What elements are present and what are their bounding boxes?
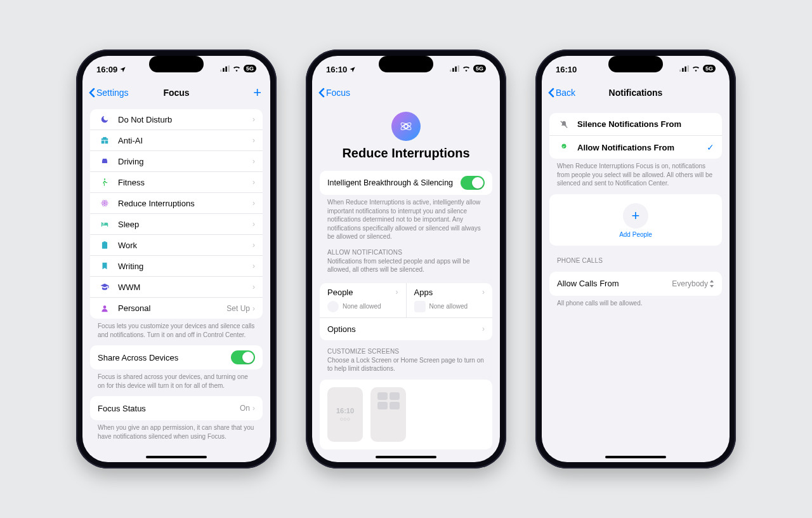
svg-rect-2 [225, 67, 227, 72]
toggle-switch[interactable] [231, 350, 255, 364]
lock-screen-preview[interactable]: 16:10 ○○○ [327, 387, 363, 442]
cell-title: Apps [414, 288, 433, 297]
svg-rect-10 [103, 241, 106, 242]
focus-row-wwm[interactable]: WWM › [90, 277, 263, 298]
intelligent-toggle-row[interactable]: Intelligent Breakthrough & Silencing [320, 171, 492, 195]
row-label: Anti-AI [118, 136, 252, 145]
home-indicator[interactable] [605, 456, 666, 458]
chevron-right-icon: › [482, 288, 485, 296]
svg-rect-14 [455, 67, 457, 72]
back-label: Focus [326, 88, 350, 98]
chevron-left-icon [548, 88, 554, 98]
chevron-right-icon: › [252, 157, 255, 166]
back-button[interactable]: Back [548, 88, 575, 98]
focus-row-driving[interactable]: Driving › [90, 151, 263, 172]
graduation-icon [98, 282, 112, 291]
add-people-button[interactable]: + [623, 203, 648, 229]
phone-calls-header: PHONE CALLS [549, 246, 722, 265]
customize-screens-sub: Choose a Lock Screen or Home Screen page… [320, 356, 492, 376]
status-time: 16:09 [96, 65, 117, 74]
add-button[interactable]: + [253, 84, 264, 101]
chevron-right-icon: › [252, 220, 255, 229]
add-people-card: + Add People [549, 194, 722, 246]
back-button[interactable]: Focus [318, 88, 350, 98]
dynamic-island [608, 56, 663, 72]
row-label: Options [327, 324, 482, 334]
gift-icon [98, 136, 112, 145]
focus-status-row[interactable]: Focus Status On › [90, 396, 263, 420]
focus-row-personal[interactable]: Personal Set Up › [90, 298, 263, 319]
allow-notifications-header: ALLOW NOTIFICATIONS [320, 241, 492, 257]
chevron-right-icon: › [482, 324, 485, 333]
apps-cell[interactable]: Apps › None allowed [407, 283, 493, 317]
focus-row-reduce[interactable]: Reduce Interruptions › [90, 193, 263, 214]
focus-row-work[interactable]: Work › [90, 235, 263, 256]
footer-share-desc: Focus is shared across your devices, and… [90, 369, 263, 390]
cellular-icon [679, 65, 689, 72]
bell-slash-icon [557, 120, 571, 129]
allow-calls-row[interactable]: Allow Calls From Everybody [549, 272, 722, 296]
phone-reduce-interruptions: 16:10 5G Focus Reduce Interruptions [306, 50, 506, 468]
location-icon [119, 66, 126, 73]
focus-row-dnd[interactable]: Do Not Disturb › [90, 109, 263, 130]
focus-row-writing[interactable]: Writing › [90, 256, 263, 277]
chevron-right-icon: › [252, 262, 255, 270]
svg-point-11 [103, 305, 107, 309]
checkmark-icon: ✓ [707, 142, 714, 152]
people-cell[interactable]: People › None allowed [320, 283, 407, 317]
svg-rect-21 [684, 67, 686, 72]
row-label: Fitness [118, 178, 252, 187]
row-label: Allow Notifications From [577, 143, 707, 152]
footer-status-desc: When you give an app permission, it can … [90, 420, 263, 441]
focus-row-fitness[interactable]: Fitness › [90, 172, 263, 193]
calls-footer: All phone calls will be allowed. [549, 296, 722, 308]
add-people-label: Add People [619, 231, 652, 238]
person-icon [98, 304, 112, 313]
home-screen-preview[interactable] [370, 387, 406, 442]
chevron-right-icon: › [252, 199, 255, 208]
home-indicator[interactable] [376, 456, 436, 458]
silence-from-row[interactable]: Silence Notifications From [549, 113, 722, 136]
selector-value: Everybody [672, 279, 708, 288]
none-allowed-label: None allowed [429, 303, 468, 310]
app-placeholder-icon [414, 301, 426, 312]
share-across-devices-row[interactable]: Share Across Devices [90, 345, 263, 369]
chevron-right-icon: › [252, 404, 255, 413]
back-button[interactable]: Settings [89, 88, 129, 98]
chevron-right-icon: › [252, 178, 255, 187]
moon-icon [98, 115, 112, 124]
svg-rect-13 [452, 68, 454, 72]
focus-row-anti-ai[interactable]: Anti-AI › [90, 130, 263, 151]
toggle-switch[interactable] [461, 176, 485, 190]
phone-focus-list: 16:09 5G Settings Focus + [76, 50, 277, 468]
row-label: Reduce Interruptions [118, 199, 252, 208]
allow-from-row[interactable]: Allow Notifications From ✓ [549, 136, 722, 159]
chevron-right-icon: › [252, 241, 255, 249]
wifi-icon [691, 65, 700, 72]
customize-screens-header: CUSTOMIZE SCREENS [320, 340, 492, 356]
calls-value-selector[interactable]: Everybody [672, 279, 714, 288]
footer-focus-desc: Focus lets you customize your devices an… [90, 319, 263, 339]
wifi-icon [462, 65, 471, 72]
cell-badge: 5G [703, 65, 716, 72]
focus-row-sleep[interactable]: Sleep › [90, 214, 263, 235]
allow-description: When Reduce Interruptions Focus is on, n… [549, 159, 722, 188]
cellular-icon [450, 65, 459, 72]
dynamic-island [379, 56, 433, 72]
wifi-icon [232, 65, 241, 72]
cell-badge: 5G [473, 65, 486, 72]
allow-notifications-sub: Notifications from selected people and a… [320, 257, 492, 277]
row-label: Writing [118, 262, 252, 271]
svg-rect-3 [228, 65, 230, 72]
home-indicator[interactable] [146, 456, 207, 458]
row-label: WWM [118, 282, 252, 292]
none-allowed-label: None allowed [343, 303, 381, 310]
chevron-right-icon: › [252, 282, 255, 291]
cell-badge: 5G [244, 65, 256, 72]
atom-icon [98, 199, 112, 208]
status-time: 16:10 [326, 65, 347, 74]
chevron-right-icon: › [252, 304, 255, 313]
options-row[interactable]: Options › [320, 317, 492, 340]
customize-screens-card: 16:10 ○○○ [320, 380, 492, 449]
bookmark-icon [98, 262, 112, 270]
